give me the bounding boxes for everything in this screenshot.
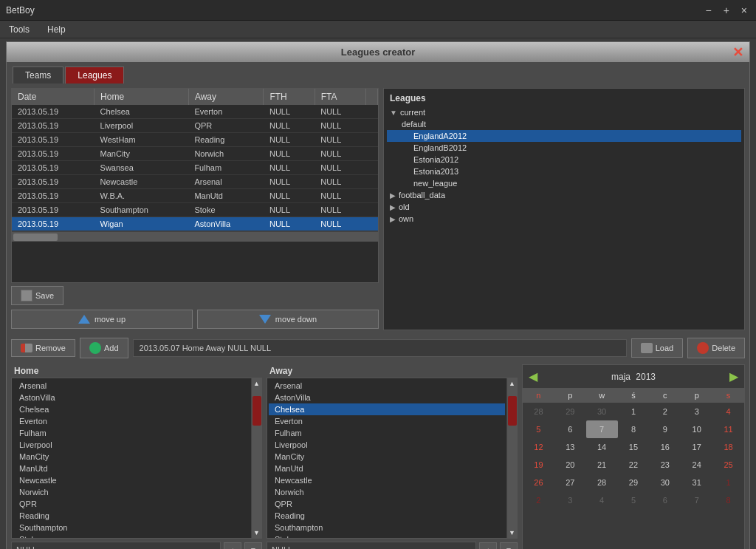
leagues-tree-item[interactable]: new_league xyxy=(387,177,741,189)
calendar-day[interactable]: 5 xyxy=(618,491,650,509)
home-list-item[interactable]: Fulham xyxy=(13,427,250,439)
away-value-up[interactable]: ▲ xyxy=(479,542,497,550)
calendar-day[interactable]: 16 xyxy=(649,438,681,456)
dialog-close-button[interactable]: ✕ xyxy=(732,44,743,61)
away-list-item[interactable]: AstonVilla xyxy=(269,392,505,403)
table-row[interactable]: 2013.05.19 W.B.A. ManUtd NULL NULL xyxy=(12,189,378,203)
calendar-day[interactable]: 5 xyxy=(523,420,554,438)
calendar-day[interactable]: 18 xyxy=(712,438,744,456)
calendar-day[interactable]: 1 xyxy=(712,474,744,491)
load-button[interactable]: Load xyxy=(631,338,683,358)
minimize-button[interactable]: − xyxy=(702,4,714,16)
remove-button[interactable]: Remove xyxy=(11,339,75,357)
home-list-item[interactable]: Everton xyxy=(13,415,250,427)
calendar-day[interactable]: 12 xyxy=(523,438,554,456)
away-scroll-up[interactable]: ▲ xyxy=(507,378,517,389)
calendar-day[interactable]: 8 xyxy=(618,420,650,438)
table-row[interactable]: 2013.05.19 Swansea Fulham NULL NULL xyxy=(12,161,378,175)
home-list-item[interactable]: QPR xyxy=(13,498,250,510)
away-list-item[interactable]: Everton xyxy=(269,415,505,427)
horizontal-scrollbar[interactable] xyxy=(12,231,378,242)
calendar-day[interactable]: 4 xyxy=(712,403,744,420)
calendar-day[interactable]: 3 xyxy=(681,403,712,420)
table-row[interactable]: 2013.05.19 Chelsea Everton NULL NULL xyxy=(12,105,378,119)
table-row[interactable]: 2013.05.19 Liverpool QPR NULL NULL xyxy=(12,119,378,133)
calendar-day[interactable]: 7 xyxy=(681,491,712,509)
away-list-item[interactable]: Reading xyxy=(269,510,505,522)
calendar-day[interactable]: 31 xyxy=(681,474,712,491)
calendar-day[interactable]: 29 xyxy=(618,474,650,491)
calendar-day[interactable]: 25 xyxy=(712,456,744,474)
calendar-prev-button[interactable]: ◀ xyxy=(529,369,537,383)
calendar-day[interactable]: 2 xyxy=(649,403,681,420)
calendar-day[interactable]: 14 xyxy=(586,438,618,456)
calendar-day[interactable]: 23 xyxy=(649,456,681,474)
home-list-item[interactable]: Liverpool xyxy=(13,439,250,451)
home-list-item[interactable]: Newcastle xyxy=(13,474,250,486)
home-list-item[interactable]: Stoke xyxy=(13,533,250,538)
calendar-next-button[interactable]: ▶ xyxy=(729,369,738,383)
calendar-day[interactable]: 24 xyxy=(681,456,712,474)
away-list-item[interactable]: ManCity xyxy=(269,451,505,463)
table-row[interactable]: 2013.05.19 Wigan AstonVilla NULL NULL xyxy=(12,217,378,231)
calendar-day[interactable]: 29 xyxy=(554,403,586,420)
leagues-tree-item[interactable]: ▼current xyxy=(387,106,741,118)
tab-leagues[interactable]: Leagues xyxy=(65,67,124,83)
calendar-day[interactable]: 4 xyxy=(586,491,618,509)
calendar-day[interactable]: 10 xyxy=(681,420,712,438)
maximize-button[interactable]: + xyxy=(721,4,732,16)
calendar-day[interactable]: 19 xyxy=(523,456,554,474)
away-list-item[interactable]: Fulham xyxy=(269,427,505,439)
leagues-tree-item[interactable]: Estonia2012 xyxy=(387,154,741,166)
away-list-item[interactable]: Chelsea xyxy=(269,403,505,415)
away-list-item[interactable]: Southampton xyxy=(269,522,505,533)
calendar-day[interactable]: 28 xyxy=(586,474,618,491)
calendar-day[interactable]: 3 xyxy=(554,491,586,509)
home-list-item[interactable]: Southampton xyxy=(13,522,250,533)
table-row[interactable]: 2013.05.19 Southampton Stoke NULL NULL xyxy=(12,203,378,217)
delete-button[interactable]: Delete xyxy=(687,338,745,358)
leagues-tree-item[interactable]: Estonia2013 xyxy=(387,166,741,177)
home-scrollbar[interactable]: ▲ ▼ xyxy=(251,378,261,538)
home-scroll-down[interactable]: ▼ xyxy=(252,528,261,538)
leagues-tree-item[interactable]: default xyxy=(387,118,741,130)
calendar-day[interactable]: 26 xyxy=(523,474,554,491)
away-list-item[interactable]: Norwich xyxy=(269,486,505,498)
away-list-item[interactable]: Stoke xyxy=(269,533,505,538)
calendar-day[interactable]: 8 xyxy=(712,491,744,509)
calendar-day[interactable]: 30 xyxy=(586,403,618,420)
table-row[interactable]: 2013.05.19 Newcastle Arsenal NULL NULL xyxy=(12,175,378,189)
away-list-item[interactable]: Newcastle xyxy=(269,474,505,486)
leagues-tree-item[interactable]: EnglandA2012 xyxy=(387,130,741,142)
calendar-day[interactable]: 30 xyxy=(649,474,681,491)
calendar-day[interactable]: 13 xyxy=(554,438,586,456)
calendar-day[interactable]: 27 xyxy=(554,474,586,491)
home-list-item[interactable]: AstonVilla xyxy=(13,392,250,403)
home-list-item[interactable]: Reading xyxy=(13,510,250,522)
home-value-up[interactable]: ▲ xyxy=(224,542,241,550)
calendar-day[interactable]: 7 xyxy=(586,420,618,438)
away-value-down[interactable]: ▼ xyxy=(500,542,518,550)
save-button[interactable]: Save xyxy=(11,286,63,305)
home-scroll-up[interactable]: ▲ xyxy=(252,378,261,389)
home-list-item[interactable]: ManUtd xyxy=(13,463,250,474)
leagues-tree-item[interactable]: ▶own xyxy=(387,213,741,225)
calendar-day[interactable]: 17 xyxy=(681,438,712,456)
calendar-day[interactable]: 11 xyxy=(712,420,744,438)
menu-help[interactable]: Help xyxy=(44,23,69,36)
calendar-day[interactable]: 6 xyxy=(554,420,586,438)
away-list-item[interactable]: ManUtd xyxy=(269,463,505,474)
calendar-day[interactable]: 22 xyxy=(618,456,650,474)
calendar-day[interactable]: 2 xyxy=(523,491,554,509)
away-list-item[interactable]: Arsenal xyxy=(269,380,505,392)
add-button[interactable]: Add xyxy=(80,338,128,358)
home-value-down[interactable]: ▼ xyxy=(244,542,262,550)
calendar-day[interactable]: 1 xyxy=(618,403,650,420)
leagues-tree-item[interactable]: ▶old xyxy=(387,201,741,213)
calendar-day[interactable]: 15 xyxy=(618,438,650,456)
away-scrollbar[interactable]: ▲ ▼ xyxy=(506,378,517,538)
home-list-item[interactable]: Norwich xyxy=(13,486,250,498)
home-list-item[interactable]: Chelsea xyxy=(13,403,250,415)
move-up-button[interactable]: move up xyxy=(11,310,193,329)
home-list-item[interactable]: Arsenal xyxy=(13,380,250,392)
